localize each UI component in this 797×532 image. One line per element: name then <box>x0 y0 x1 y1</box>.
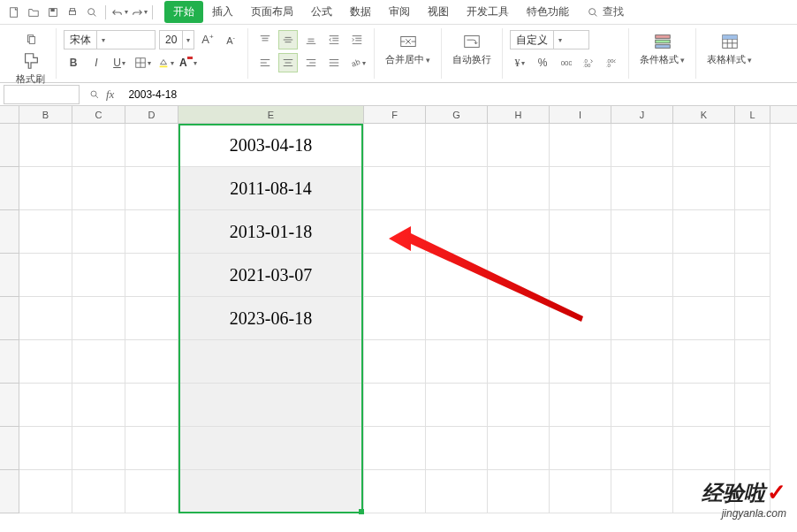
justify-button[interactable] <box>324 53 344 72</box>
copy-button[interactable] <box>21 30 41 49</box>
cell[interactable] <box>611 254 673 297</box>
cell[interactable] <box>125 297 178 340</box>
open-icon[interactable] <box>25 4 42 21</box>
column-header-E[interactable]: E <box>178 106 364 123</box>
row-header[interactable] <box>0 167 19 210</box>
cell[interactable] <box>72 254 125 297</box>
cell[interactable] <box>178 384 364 427</box>
cell[interactable] <box>735 340 770 384</box>
column-header-G[interactable]: G <box>426 106 488 123</box>
cell[interactable] <box>426 210 488 254</box>
align-bottom-button[interactable] <box>301 30 321 49</box>
cell[interactable] <box>611 470 673 513</box>
cell[interactable] <box>426 384 488 427</box>
cell[interactable] <box>19 340 72 384</box>
cell[interactable] <box>488 124 550 167</box>
column-header-L[interactable]: L <box>735 106 770 123</box>
cell[interactable] <box>19 297 72 340</box>
cell[interactable] <box>178 340 364 384</box>
cell[interactable] <box>72 427 125 470</box>
number-format-select[interactable]: 自定义 ▾ <box>510 30 589 49</box>
cell[interactable] <box>735 254 770 297</box>
cell[interactable] <box>426 124 488 167</box>
column-header-C[interactable]: C <box>72 106 125 123</box>
cell[interactable] <box>550 340 611 384</box>
search-button[interactable]: 查找 <box>587 4 624 19</box>
column-header-I[interactable]: I <box>550 106 611 123</box>
cell[interactable] <box>426 427 488 470</box>
redo-icon[interactable]: ▾ <box>130 4 148 21</box>
cell[interactable] <box>72 210 125 254</box>
orientation-button[interactable]: ab▾ <box>347 53 367 72</box>
fill-color-button[interactable]: ▾ <box>156 53 175 72</box>
decrease-indent-button[interactable] <box>324 30 344 49</box>
cell[interactable] <box>611 210 673 254</box>
cell[interactable] <box>364 297 426 340</box>
cell[interactable] <box>364 340 426 384</box>
cell[interactable] <box>19 167 72 210</box>
column-header-H[interactable]: H <box>488 106 550 123</box>
cell[interactable] <box>550 384 611 427</box>
new-doc-icon[interactable] <box>5 4 23 21</box>
cell[interactable] <box>611 297 673 340</box>
row-header[interactable] <box>0 210 19 254</box>
cell[interactable] <box>72 340 125 384</box>
cell[interactable] <box>488 167 550 210</box>
decrease-decimal-button[interactable]: .00.0 <box>602 53 621 72</box>
cell[interactable] <box>19 427 72 470</box>
cell[interactable] <box>364 167 426 210</box>
row-header[interactable] <box>0 384 19 427</box>
cell[interactable] <box>125 254 178 297</box>
format-painter-button[interactable]: 格式刷 <box>12 49 49 87</box>
cell[interactable] <box>364 470 426 513</box>
cell[interactable] <box>611 427 673 470</box>
save-icon[interactable] <box>44 4 62 21</box>
cell[interactable] <box>72 167 125 210</box>
cell[interactable] <box>611 384 673 427</box>
cell[interactable] <box>426 297 488 340</box>
tab-dev[interactable]: 开发工具 <box>458 1 518 23</box>
column-header-J[interactable]: J <box>611 106 673 123</box>
cell[interactable] <box>488 297 550 340</box>
cell[interactable]: 2011-08-14 <box>178 167 364 210</box>
cell[interactable] <box>125 124 178 167</box>
row-header[interactable] <box>0 124 19 167</box>
cell[interactable] <box>673 210 735 254</box>
undo-icon[interactable]: ▾ <box>110 4 128 21</box>
wrap-text-button[interactable]: 自动换行 <box>449 30 495 68</box>
align-left-button[interactable] <box>255 53 275 72</box>
percent-button[interactable]: % <box>533 53 552 72</box>
cell[interactable] <box>611 124 673 167</box>
cell[interactable]: 2023-06-18 <box>178 297 364 340</box>
font-size-select[interactable]: 20 ▾ <box>159 30 194 49</box>
row-header[interactable] <box>0 297 19 340</box>
cell[interactable] <box>611 167 673 210</box>
select-all-corner[interactable] <box>0 106 19 123</box>
font-color-button[interactable]: A▾ <box>178 53 198 72</box>
cell[interactable] <box>19 210 72 254</box>
cell[interactable] <box>19 254 72 297</box>
cell[interactable] <box>364 124 426 167</box>
cell[interactable] <box>488 210 550 254</box>
cell[interactable] <box>125 384 178 427</box>
row-header[interactable] <box>0 254 19 297</box>
namebox-dropdown-icon[interactable] <box>88 85 101 104</box>
cell[interactable] <box>735 124 770 167</box>
cell[interactable] <box>735 384 770 427</box>
tab-view[interactable]: 视图 <box>419 1 458 23</box>
cell[interactable] <box>673 124 735 167</box>
tab-review[interactable]: 审阅 <box>380 1 419 23</box>
cell[interactable]: 2021-03-07 <box>178 254 364 297</box>
cell[interactable] <box>72 384 125 427</box>
cell[interactable] <box>19 124 72 167</box>
cell[interactable] <box>125 210 178 254</box>
increase-font-button[interactable]: A+ <box>198 30 217 49</box>
cell[interactable] <box>673 297 735 340</box>
tab-data[interactable]: 数据 <box>341 1 380 23</box>
cell[interactable] <box>426 340 488 384</box>
cell[interactable] <box>735 427 770 470</box>
cell[interactable] <box>125 427 178 470</box>
cell[interactable] <box>488 254 550 297</box>
cell[interactable] <box>125 470 178 513</box>
align-top-button[interactable] <box>255 30 275 49</box>
